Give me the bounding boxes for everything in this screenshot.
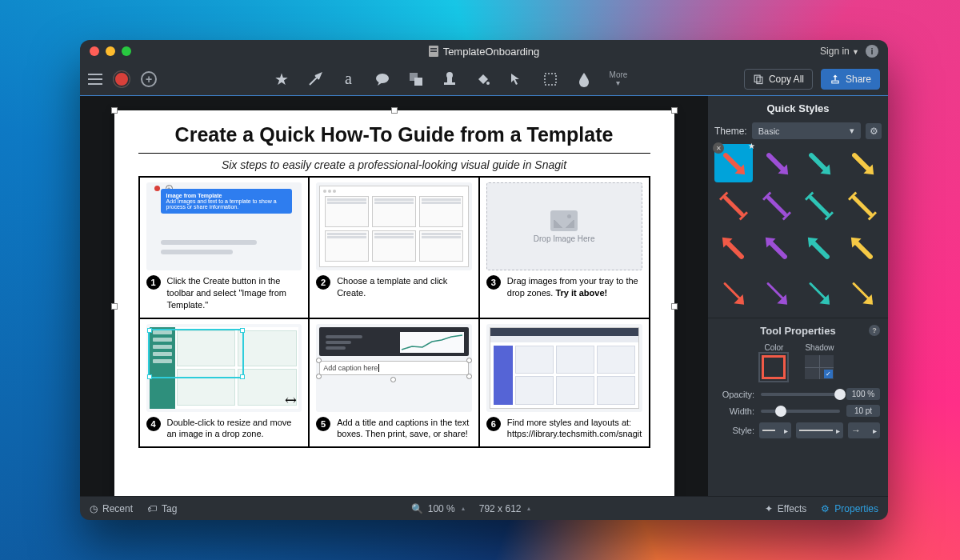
theme-select[interactable]: Basic▾ [752, 122, 861, 139]
minimize-window-button[interactable] [106, 46, 115, 56]
arrow-tool-icon[interactable] [307, 71, 323, 87]
style-swatch[interactable] [758, 230, 796, 269]
width-value[interactable]: 10 pt [846, 405, 880, 417]
wand-icon: ✦ [765, 503, 773, 514]
resize-handle[interactable] [391, 107, 398, 114]
color-picker[interactable] [762, 355, 786, 379]
template-step-5[interactable]: Add caption here 5 Add a title and capti… [309, 318, 479, 448]
step-text[interactable]: Find more styles and layouts at: https:/… [507, 417, 642, 441]
step-preview [316, 182, 472, 270]
width-slider[interactable] [761, 410, 840, 413]
tool-properties-title: Tool Properties? [708, 318, 888, 342]
zoom-control[interactable]: 🔍100 %▴ [411, 503, 465, 514]
tag-icon: 🏷 [147, 503, 157, 514]
recent-button[interactable]: ◷Recent [90, 503, 133, 514]
step-preview: ⤢ [146, 324, 302, 412]
style-label: Style: [716, 426, 754, 435]
properties-button[interactable]: ⚙Properties [821, 503, 878, 514]
quick-styles-grid [708, 144, 888, 318]
document-title[interactable]: Create a Quick How-To Guide from a Templ… [114, 110, 674, 146]
main-toolbar: + ★ a More▾ Copy All [80, 62, 888, 96]
menu-icon[interactable] [88, 74, 102, 85]
maximize-window-button[interactable] [122, 46, 131, 56]
style-swatch[interactable] [843, 187, 882, 226]
svg-point-0 [376, 74, 389, 83]
resize-handle[interactable] [111, 303, 118, 310]
text-tool-icon[interactable]: a [341, 71, 357, 87]
window-traffic-lights [90, 46, 131, 56]
line-end-select[interactable]: →▸ [848, 422, 880, 438]
step-text[interactable]: Add a title and captions in the text box… [337, 417, 472, 441]
style-swatch[interactable] [714, 144, 753, 182]
canvas-dimensions[interactable]: 792 x 612▴ [479, 503, 531, 514]
svg-rect-2 [414, 78, 422, 86]
style-swatch[interactable] [758, 187, 796, 226]
copy-all-button[interactable]: Copy All [744, 69, 813, 90]
step-number: 2 [316, 275, 330, 290]
template-step-1[interactable]: + Image from TemplateAdd images and text… [139, 177, 310, 318]
gear-icon: ⚙ [821, 503, 830, 514]
drop-zone[interactable]: Drop Image Here [486, 182, 642, 270]
magnifier-icon: 🔍 [411, 503, 423, 514]
step-text[interactable]: Choose a template and click Create. [337, 275, 472, 299]
step-number: 3 [486, 275, 501, 290]
line-start-select[interactable]: ▸ [759, 422, 791, 438]
style-swatch[interactable] [714, 187, 753, 226]
style-swatch[interactable] [758, 144, 796, 182]
step-text[interactable]: Click the Create button in the toolbar a… [167, 275, 302, 311]
create-button[interactable]: + [141, 71, 157, 87]
style-swatch[interactable] [801, 144, 839, 182]
style-swatch[interactable] [843, 144, 882, 182]
resize-handle[interactable] [671, 107, 678, 114]
capture-button[interactable] [114, 71, 130, 87]
callout-tool-icon[interactable] [374, 71, 390, 87]
opacity-slider[interactable] [761, 393, 840, 396]
close-window-button[interactable] [90, 46, 99, 56]
style-swatch[interactable] [801, 230, 839, 269]
style-swatch[interactable] [801, 187, 839, 226]
window-titlebar: TemplateOnboarding Sign in ▼ i [80, 40, 888, 62]
help-icon[interactable]: ? [869, 325, 880, 336]
move-tool-icon[interactable] [509, 71, 525, 87]
document-subtitle[interactable]: Six steps to easily create a professiona… [138, 153, 650, 171]
effects-button[interactable]: ✦Effects [765, 503, 806, 514]
step-text[interactable]: Drag images from your tray to the drop z… [507, 275, 642, 299]
fill-tool-icon[interactable] [475, 71, 491, 87]
template-step-3[interactable]: Drop Image Here 3 Drag images from your … [479, 177, 650, 318]
template-step-2[interactable]: 2 Choose a template and click Create. [309, 177, 479, 318]
image-placeholder-icon [550, 210, 578, 231]
template-step-4[interactable]: ⤢ 4 Double-click to resize and move an i… [139, 318, 310, 448]
shape-tool-icon[interactable] [408, 71, 424, 87]
style-swatch[interactable] [843, 273, 882, 311]
svg-point-5 [446, 72, 453, 78]
shadow-label: Shadow [805, 343, 834, 352]
opacity-value[interactable]: 100 % [846, 388, 880, 400]
style-swatch[interactable] [843, 230, 882, 269]
sign-in-button[interactable]: Sign in ▼ [820, 46, 859, 57]
favorites-tool-icon[interactable]: ★ [274, 71, 290, 87]
step-text[interactable]: Double-click to resize and move an image… [167, 417, 302, 441]
canvas-area[interactable]: Create a Quick How-To Guide from a Templ… [80, 96, 708, 496]
selection-tool-icon[interactable] [542, 71, 558, 87]
more-tools-button[interactable]: More▾ [610, 71, 628, 87]
resize-handle[interactable] [671, 303, 678, 310]
document-icon [429, 46, 438, 57]
share-button[interactable]: Share [821, 69, 880, 90]
shadow-picker[interactable]: ✓ [805, 355, 834, 379]
template-grid: + Image from TemplateAdd images and text… [138, 176, 650, 448]
template-step-6[interactable]: 6 Find more styles and layouts at: https… [479, 318, 650, 448]
tag-button[interactable]: 🏷Tag [147, 503, 177, 514]
style-swatch[interactable] [801, 273, 839, 311]
info-icon[interactable]: i [866, 45, 878, 58]
document-canvas[interactable]: Create a Quick How-To Guide from a Templ… [114, 110, 674, 496]
style-swatch[interactable] [758, 273, 796, 311]
blur-tool-icon[interactable] [576, 71, 592, 87]
style-swatch[interactable] [714, 230, 753, 269]
share-icon [830, 74, 841, 85]
stamp-tool-icon[interactable] [442, 71, 458, 87]
style-swatch[interactable] [714, 273, 753, 311]
resize-handle[interactable] [111, 107, 118, 114]
gear-icon[interactable]: ⚙ [866, 123, 882, 139]
line-style-select[interactable]: ▸ [796, 422, 843, 438]
svg-point-6 [486, 82, 490, 85]
